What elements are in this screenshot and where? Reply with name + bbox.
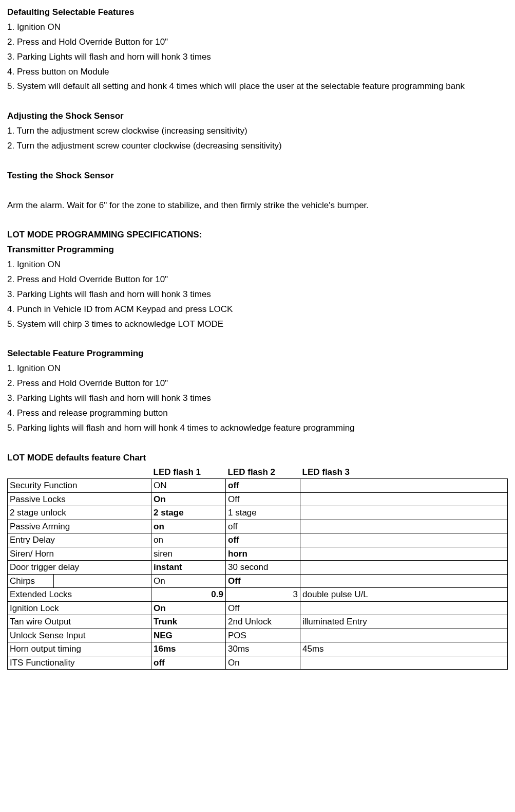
row-label: Chirps — [8, 574, 54, 588]
row-label: 2 stage unlock — [8, 506, 151, 520]
selectable-step-5: 5. Parking lights will flash and horn wi… — [7, 421, 508, 436]
cell-led1: Trunk — [151, 615, 226, 629]
row-label: Ignition Lock — [8, 601, 151, 615]
cell-led3: illuminated Entry — [300, 615, 508, 629]
cell-led2: 30ms — [226, 642, 300, 656]
testing-body: Arm the alarm. Wait for 6" for the zone … — [7, 198, 508, 213]
defaulting-step-3: 3. Parking Lights will flash and horn wi… — [7, 50, 508, 65]
table-row: Horn output timing16ms30ms45ms — [8, 642, 508, 656]
cell-led2: off — [226, 533, 300, 547]
row-label-b — [54, 574, 151, 588]
cell-led3 — [300, 656, 508, 670]
row-label: Passive Arming — [8, 520, 151, 533]
adjusting-step-2: 2. Turn the adjustment screw counter clo… — [7, 139, 508, 154]
cell-led3 — [300, 601, 508, 615]
heading-transmitter: Transmitter Programming — [7, 243, 508, 257]
table-row: Passive LocksOnOff — [8, 492, 508, 506]
cell-led1: off — [151, 656, 226, 670]
transmitter-step-2: 2. Press and Hold Override Button for 10… — [7, 272, 508, 287]
cell-led3 — [300, 547, 508, 561]
cell-led1: NEG — [151, 629, 226, 642]
table-row: Tan wire OutputTrunk2nd Unlockilluminate… — [8, 615, 508, 629]
cell-led1: 0.9 — [151, 588, 226, 602]
table-row: ChirpsOnOff — [8, 574, 508, 588]
cell-led2: POS — [226, 629, 300, 642]
cell-led2: 3 — [226, 588, 300, 602]
row-label: Extended Locks — [8, 588, 151, 602]
cell-led2: Off — [226, 574, 300, 588]
table-row: Door trigger delayinstant30 second — [8, 561, 508, 575]
heading-adjusting: Adjusting the Shock Sensor — [7, 109, 508, 124]
table-row: Entry Delayonoff — [8, 533, 508, 547]
selectable-step-3: 3. Parking Lights will flash and horn wi… — [7, 391, 508, 406]
cell-led1: 2 stage — [151, 506, 226, 520]
table-row: Siren/ Hornsirenhorn — [8, 547, 508, 561]
cell-led2: Off — [226, 492, 300, 506]
row-label: Unlock Sense Input — [8, 629, 151, 642]
cell-led3 — [300, 629, 508, 642]
cell-led2: 1 stage — [226, 506, 300, 520]
cell-led3 — [300, 506, 508, 520]
defaulting-step-1: 1. Ignition ON — [7, 20, 508, 35]
table-row: Passive Armingonoff — [8, 520, 508, 533]
table-header-row: LED flash 1 LED flash 2 LED flash 3 — [8, 466, 508, 479]
transmitter-step-3: 3. Parking Lights will flash and horn wi… — [7, 287, 508, 302]
cell-led1: on — [151, 520, 226, 533]
transmitter-step-4: 4. Punch in Vehicle ID from ACM Keypad a… — [7, 302, 508, 317]
cell-led3: 45ms — [300, 642, 508, 656]
feature-chart-table: LED flash 1 LED flash 2 LED flash 3 Secu… — [7, 466, 508, 670]
table-row: ITS FunctionalityoffOn — [8, 656, 508, 670]
cell-led2: 2nd Unlock — [226, 615, 300, 629]
cell-led2: off — [226, 479, 300, 493]
th-led3: LED flash 3 — [300, 466, 508, 479]
cell-led2: 30 second — [226, 561, 300, 575]
transmitter-step-5: 5. System will chirp 3 times to acknowle… — [7, 317, 508, 332]
cell-led3: double pulse U/L — [300, 588, 508, 602]
defaulting-step-2: 2. Press and Hold Override Button for 10… — [7, 35, 508, 50]
cell-led3 — [300, 520, 508, 533]
table-row: Security FunctionONoff — [8, 479, 508, 493]
cell-led1: on — [151, 533, 226, 547]
defaulting-step-5: 5. System will default all setting and h… — [7, 79, 508, 94]
cell-led3 — [300, 479, 508, 493]
selectable-step-4: 4. Press and release programming button — [7, 406, 508, 421]
table-row: Unlock Sense InputNEGPOS — [8, 629, 508, 642]
cell-led2: Off — [226, 601, 300, 615]
table-row: Extended Locks0.93double pulse U/L — [8, 588, 508, 602]
heading-lotmode-spec: LOT MODE PROGRAMMING SPECIFICATIONS: — [7, 228, 508, 243]
cell-led1: On — [151, 492, 226, 506]
cell-led3 — [300, 561, 508, 575]
selectable-step-2: 2. Press and Hold Override Button for 10… — [7, 376, 508, 391]
defaulting-step-4: 4. Press button on Module — [7, 65, 508, 80]
cell-led1: ON — [151, 479, 226, 493]
th-blank — [8, 466, 151, 479]
selectable-step-1: 1. Ignition ON — [7, 361, 508, 376]
row-label: Security Function — [8, 479, 151, 493]
row-label: Siren/ Horn — [8, 547, 151, 561]
cell-led1: instant — [151, 561, 226, 575]
adjusting-step-1: 1. Turn the adjustment screw clockwise (… — [7, 124, 508, 139]
row-label: Tan wire Output — [8, 615, 151, 629]
cell-led2: On — [226, 656, 300, 670]
cell-led3 — [300, 533, 508, 547]
table-row: 2 stage unlock2 stage1 stage — [8, 506, 508, 520]
heading-defaulting: Defaulting Selectable Features — [7, 5, 508, 20]
row-label: Horn output timing — [8, 642, 151, 656]
cell-led3 — [300, 574, 508, 588]
row-label: Door trigger delay — [8, 561, 151, 575]
heading-testing: Testing the Shock Sensor — [7, 169, 508, 183]
heading-selectable: Selectable Feature Programming — [7, 346, 508, 361]
cell-led1: On — [151, 601, 226, 615]
cell-led3 — [300, 492, 508, 506]
th-led2: LED flash 2 — [226, 466, 300, 479]
cell-led1: siren — [151, 547, 226, 561]
cell-led1: 16ms — [151, 642, 226, 656]
row-label: Passive Locks — [8, 492, 151, 506]
heading-chart: LOT MODE defaults feature Chart — [7, 451, 508, 466]
row-label: Entry Delay — [8, 533, 151, 547]
table-row: Ignition LockOnOff — [8, 601, 508, 615]
row-label: ITS Functionality — [8, 656, 151, 670]
transmitter-step-1: 1. Ignition ON — [7, 257, 508, 272]
cell-led2: horn — [226, 547, 300, 561]
cell-led2: off — [226, 520, 300, 533]
